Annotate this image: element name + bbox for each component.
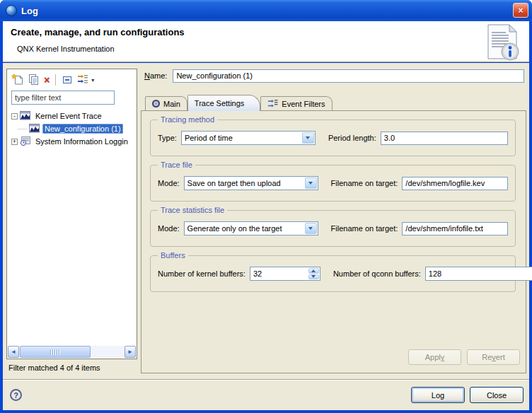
dialog-subtitle: QNX Kernel Instrumentation xyxy=(17,45,115,53)
type-label: Type: xyxy=(158,134,177,142)
trace-filename-label: Filename on target: xyxy=(331,179,398,187)
stats-mode-label: Mode: xyxy=(158,224,180,233)
footer-buttons: Log Close xyxy=(411,387,524,403)
log-dialog-window: Log × Create, manage, and run configurat… xyxy=(0,0,532,413)
delete-configuration-button[interactable]: × xyxy=(44,75,50,85)
tab-main[interactable]: Main xyxy=(145,96,187,110)
scroll-left-button[interactable]: ◄ xyxy=(8,346,19,358)
tree-item-system-information-logging[interactable]: + System Information Loggin xyxy=(7,135,137,148)
tab-event-filters[interactable]: Event Filters xyxy=(260,96,332,110)
filter-text-input[interactable] xyxy=(11,91,115,105)
revert-button[interactable]: Revert xyxy=(467,349,520,365)
period-length-input[interactable] xyxy=(381,132,508,145)
tracing-method-group: Tracing method Type: Period of time Peri… xyxy=(150,120,516,156)
kernel-event-trace-icon xyxy=(20,111,31,122)
configuration-name-input[interactable] xyxy=(173,69,524,83)
collapse-all-button[interactable] xyxy=(62,74,73,86)
log-button[interactable]: Log xyxy=(411,387,465,403)
system-information-logging-icon xyxy=(20,136,31,147)
filter-match-status: Filter matched 4 of 4 items xyxy=(8,363,100,372)
trace-file-mode-combobox[interactable]: Save on target then upload xyxy=(184,176,318,190)
trace-filename-input[interactable] xyxy=(402,177,508,190)
spinner-up-button[interactable] xyxy=(308,268,319,274)
spinner-down-button[interactable] xyxy=(308,274,319,280)
stats-mode-combobox[interactable]: Generate only on the target xyxy=(184,221,318,235)
combo-dropdown-button[interactable] xyxy=(302,132,314,144)
buffers-group-title: Buffers xyxy=(158,251,188,260)
tree-item-kernel-event-trace[interactable]: - Kernel Event Trace xyxy=(7,110,137,122)
qconn-buffers-label: Number of qconn buffers: xyxy=(333,269,421,278)
name-row: Name: xyxy=(141,69,526,83)
configuration-tabs: Main Trace Settings xyxy=(141,95,526,111)
tree-connector xyxy=(18,129,27,129)
stats-filename-label: Filename on target: xyxy=(331,224,398,233)
trace-file-mode-label: Mode: xyxy=(158,179,180,187)
qconn-buffers-spinner[interactable] xyxy=(425,267,532,281)
title-bar[interactable]: Log × xyxy=(0,0,532,21)
dialog-content: × xyxy=(3,63,529,379)
chevron-down-icon xyxy=(308,182,313,185)
configurations-tree: - Kernel Event Trace xyxy=(7,107,137,148)
duplicate-configuration-button[interactable] xyxy=(28,74,40,86)
scroll-right-button[interactable]: ► xyxy=(125,346,136,358)
name-label: Name: xyxy=(144,71,167,80)
trace-statistics-group-title: Trace statistics file xyxy=(158,206,227,214)
chevron-down-icon xyxy=(306,136,310,139)
dialog-button-bar: ? Log Close xyxy=(3,379,529,410)
close-button[interactable]: Close xyxy=(470,387,524,403)
combo-dropdown-button[interactable] xyxy=(305,178,317,189)
close-icon: × xyxy=(518,6,523,16)
apply-revert-row: Apply Revert xyxy=(408,349,520,365)
new-configuration-button[interactable] xyxy=(11,74,23,86)
filter-menu-caret-icon[interactable]: ▾ xyxy=(91,77,94,83)
buffers-group: Buffers Number of kernel buffers: Number… xyxy=(150,255,516,292)
expand-expander-icon[interactable]: + xyxy=(11,139,18,145)
tab-trace-settings[interactable]: Trace Settings xyxy=(187,95,261,111)
filter-configurations-button[interactable] xyxy=(77,74,88,86)
kernel-buffers-label: Number of kernel buffers: xyxy=(158,269,245,278)
tracing-type-combobox[interactable]: Period of time xyxy=(181,131,316,145)
collapse-expander-icon[interactable]: - xyxy=(11,113,18,120)
scroll-right-icon: ► xyxy=(127,349,133,355)
document-info-icon xyxy=(482,23,522,62)
trace-file-group-title: Trace file xyxy=(158,161,195,169)
help-icon: ? xyxy=(13,391,18,400)
trace-statistics-group: Trace statistics file Mode: Generate onl… xyxy=(150,210,516,247)
chevron-down-icon xyxy=(311,275,316,278)
toolbar-separator xyxy=(55,74,56,86)
kernel-event-trace-icon xyxy=(29,124,40,134)
scroll-left-icon: ◄ xyxy=(11,349,16,355)
combo-dropdown-button[interactable] xyxy=(305,223,317,234)
kernel-buffers-input[interactable] xyxy=(250,267,308,280)
event-filters-tab-icon xyxy=(267,99,278,109)
configurations-toolbar: × xyxy=(7,69,137,89)
dialog-header: Create, manage, and run configurations Q… xyxy=(3,21,529,62)
scrollbar-grip-icon xyxy=(50,349,61,355)
tree-horizontal-scrollbar[interactable]: ◄ ► xyxy=(8,346,136,358)
dialog-title: Create, manage, and run configurations xyxy=(11,27,185,37)
period-length-label: Period length: xyxy=(328,134,376,142)
trace-settings-tab-content: Tracing method Type: Period of time Peri… xyxy=(141,110,526,373)
chevron-down-icon xyxy=(308,227,313,230)
selected-tree-label: New_configuration (1) xyxy=(42,124,123,134)
main-tab-icon xyxy=(152,100,160,107)
scrollbar-thumb[interactable] xyxy=(20,346,91,358)
window-title: Log xyxy=(21,6,38,16)
configurations-panel: × xyxy=(6,69,137,359)
tracing-method-group-title: Tracing method xyxy=(158,115,217,124)
help-button[interactable]: ? xyxy=(10,389,22,401)
kernel-buffers-spinner[interactable] xyxy=(250,267,320,281)
configuration-form-panel: Name: Main Trace Settings xyxy=(141,69,526,373)
chevron-up-icon xyxy=(311,269,316,272)
close-window-button[interactable]: × xyxy=(513,3,528,18)
tree-item-new-configuration[interactable]: New_configuration (1) xyxy=(7,122,137,135)
trace-file-group: Trace file Mode: Save on target then upl… xyxy=(150,165,516,202)
apply-button[interactable]: Apply xyxy=(408,349,461,365)
stats-filename-input[interactable] xyxy=(402,222,508,235)
qconn-buffers-input[interactable] xyxy=(426,267,532,280)
app-sphere-icon xyxy=(6,5,17,16)
